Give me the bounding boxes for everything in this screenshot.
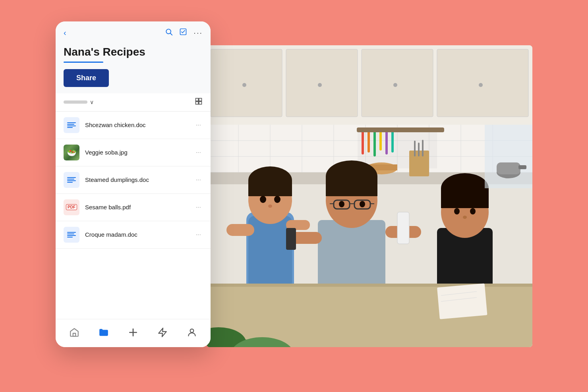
svg-point-68 [454, 208, 460, 214]
svg-rect-2 [211, 49, 282, 117]
svg-point-9 [479, 83, 483, 87]
svg-rect-90 [199, 101, 202, 104]
doc-icon [64, 227, 79, 243]
svg-rect-4 [362, 49, 433, 117]
svg-point-6 [242, 83, 246, 87]
svg-rect-47 [226, 224, 254, 236]
svg-point-70 [463, 216, 467, 219]
top-bar: ‹ ··· [56, 21, 211, 41]
file-list: Shcezwan chicken.doc ··· Veggie soba.jpg… [56, 112, 211, 319]
toolbar-row: ∨ [56, 93, 211, 112]
pdf-icon: PDF [64, 199, 79, 215]
svg-rect-30 [385, 131, 388, 154]
file-more-options[interactable]: ··· [194, 175, 203, 185]
file-more-options[interactable]: ··· [194, 230, 203, 240]
header-area: Nana's Recipes Share [56, 41, 211, 93]
scene: ‹ ··· Nana's Recipes [56, 21, 532, 371]
doc-icon [64, 117, 79, 133]
checklist-icon[interactable] [179, 28, 187, 38]
nav-home[interactable] [64, 326, 84, 339]
svg-rect-89 [196, 101, 199, 104]
grid-view-icon[interactable] [195, 97, 203, 107]
file-name: Veggie soba.jpg [85, 149, 194, 156]
svg-rect-67 [441, 188, 489, 208]
svg-rect-63 [286, 228, 296, 250]
svg-point-7 [318, 83, 322, 87]
svg-rect-27 [368, 131, 370, 153]
svg-line-85 [170, 33, 172, 35]
svg-rect-87 [196, 98, 199, 101]
svg-rect-36 [422, 140, 424, 156]
svg-rect-5 [437, 49, 528, 117]
sort-bar [64, 100, 87, 104]
svg-rect-80 [485, 125, 532, 188]
file-name: Croque madam.doc [85, 231, 194, 238]
svg-point-8 [393, 83, 397, 87]
doc-icon [64, 172, 79, 188]
svg-rect-43 [248, 180, 292, 196]
svg-rect-82 [497, 162, 520, 174]
file-name: Shcezwan chicken.doc [85, 122, 194, 128]
svg-rect-40 [248, 216, 292, 288]
svg-point-95 [190, 329, 194, 332]
nav-add[interactable] [123, 326, 143, 339]
svg-rect-29 [379, 131, 382, 151]
chevron-down-icon: ∨ [90, 99, 94, 105]
svg-rect-83 [518, 165, 526, 169]
svg-marker-94 [159, 328, 166, 337]
svg-rect-28 [373, 131, 376, 156]
svg-rect-88 [199, 98, 202, 101]
file-more-options[interactable]: ··· [194, 147, 203, 158]
svg-rect-26 [362, 131, 364, 154]
file-more-options[interactable]: ··· [194, 120, 203, 130]
file-more-options[interactable]: ··· [194, 202, 203, 212]
svg-rect-73 [437, 283, 487, 319]
svg-point-69 [470, 208, 476, 214]
file-item[interactable]: Veggie soba.jpg ··· [56, 139, 211, 166]
svg-point-58 [339, 201, 344, 207]
mobile-app-card: ‹ ··· Nana's Recipes [56, 21, 211, 347]
bottom-nav [56, 319, 211, 347]
file-name: Steamed dumplings.doc [85, 176, 194, 183]
photo-background [207, 45, 532, 347]
search-icon[interactable] [165, 28, 173, 38]
file-item[interactable]: Steamed dumplings.doc ··· [56, 166, 211, 194]
svg-rect-91 [73, 333, 76, 336]
more-options-icon[interactable]: ··· [193, 28, 203, 37]
nav-person[interactable] [182, 326, 202, 339]
svg-rect-35 [418, 143, 420, 156]
img-icon [64, 145, 79, 160]
svg-rect-32 [357, 127, 444, 132]
svg-rect-62 [397, 212, 409, 244]
file-item[interactable]: Croque madam.doc ··· [56, 221, 211, 249]
file-name: Sesame balls.pdf [85, 204, 194, 210]
svg-point-46 [268, 205, 272, 208]
svg-rect-3 [286, 49, 358, 117]
svg-point-59 [360, 201, 365, 207]
title-underline [64, 62, 103, 63]
top-actions: ··· [165, 28, 203, 38]
share-button[interactable]: Share [64, 69, 109, 87]
back-button[interactable]: ‹ [64, 28, 66, 37]
nav-bolt[interactable] [153, 326, 172, 339]
nav-folder[interactable] [94, 326, 114, 339]
svg-rect-31 [391, 131, 394, 153]
file-item[interactable]: PDF Sesame balls.pdf ··· [56, 194, 211, 221]
file-item[interactable]: Shcezwan chicken.doc ··· [56, 112, 211, 139]
sort-selector[interactable]: ∨ [64, 99, 94, 105]
svg-point-45 [274, 196, 280, 203]
svg-rect-34 [414, 141, 416, 156]
svg-rect-52 [326, 176, 377, 196]
folder-title: Nana's Recipes [64, 46, 203, 58]
svg-point-44 [260, 196, 266, 203]
